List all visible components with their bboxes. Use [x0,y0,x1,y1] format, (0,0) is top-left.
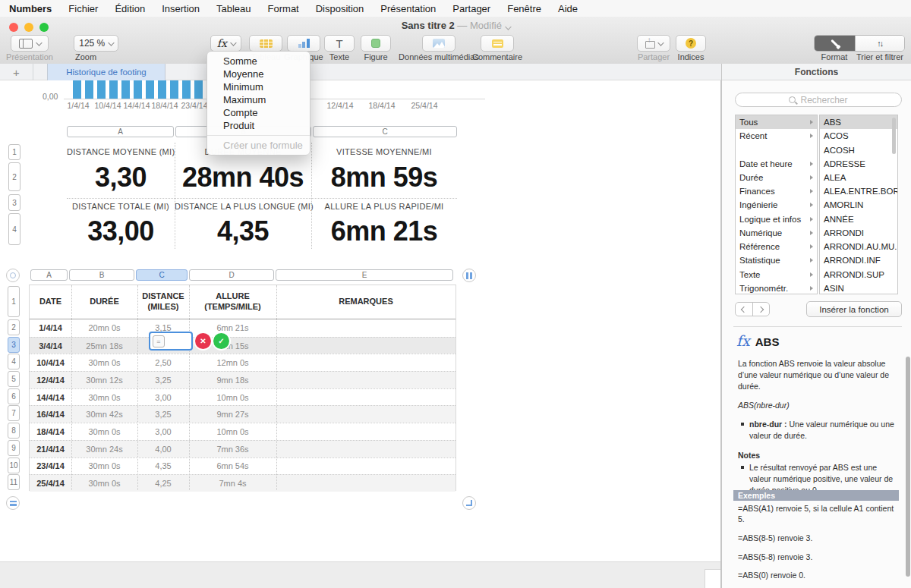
table-row[interactable]: 18/4/14 30mn 0s 3,00 10mn 0s [30,423,456,440]
share-button[interactable]: ↑ [637,35,670,52]
function-item[interactable]: AMORLIN [820,198,897,212]
cell-allure[interactable]: 7mn 4s [189,475,276,492]
summary-row-tab-1[interactable]: 1 [8,144,20,160]
summary-value[interactable]: 6mn 21s [311,214,457,249]
function-item[interactable]: ARRONDI.SUP [820,267,897,281]
header-allure[interactable]: ALLURE (TEMPS/MILE) [189,285,276,319]
cell-duree[interactable]: 30mn 24s [71,441,137,458]
menu-format[interactable]: Format [260,3,307,14]
cell-duree[interactable]: 30mn 0s [71,458,137,475]
summary-col-tab-c[interactable]: C [313,126,457,137]
menu-tableau[interactable]: Tableau [208,3,260,14]
category-tous[interactable]: Tous [736,115,817,129]
cell-date[interactable]: 10/4/14 [30,354,71,371]
insert-function-button[interactable]: Insérer la fonction [806,301,902,317]
category-duree[interactable]: Durée [736,171,817,184]
summary-label[interactable]: DISTANCE TOTALE (MI) [67,202,175,211]
cell-remarques[interactable] [276,319,456,337]
menu-item-moyenne[interactable]: Moyenne [207,68,310,80]
row-tab-1[interactable]: 1 [8,286,20,317]
zoom-button[interactable]: 125 % [74,35,118,52]
cell-remarques[interactable] [276,338,456,354]
cell-allure[interactable]: 12mn 0s [189,354,276,371]
table-row[interactable]: 23/4/14 30mn 0s 4,35 6mn 54s [30,458,456,475]
category-reference[interactable]: Référence [736,240,817,253]
cell-date[interactable]: 1/4/14 [30,319,71,337]
cell-duree[interactable]: 30mn 0s [71,389,137,406]
cell-remarques[interactable] [276,406,456,423]
forward-button[interactable] [753,303,770,316]
table-row[interactable]: 12/4/14 30mn 12s 3,25 9mn 18s [30,371,456,388]
menu-app[interactable]: Numbers [0,3,60,14]
row-tab-6[interactable]: 6 [8,388,20,404]
summary-label[interactable]: DISTANCE LA PLUS LONGUE (MI) [175,202,311,211]
cell-allure[interactable]: 9mn 18s [189,372,276,388]
menu-partager[interactable]: Partager [444,3,499,14]
format-button[interactable] [815,36,855,51]
menu-disposition[interactable]: Disposition [307,3,373,14]
sheet-tab-active[interactable]: Historique de footing [47,64,165,80]
menu-fenetre[interactable]: Fenêtre [499,3,550,14]
function-item[interactable]: ANNÉE [820,212,897,226]
category-date-heure[interactable]: Date et heure [736,157,817,171]
function-item[interactable]: ACOS [820,129,897,143]
cell-date[interactable]: 14/4/14 [30,389,71,406]
row-tab-5[interactable]: 5 [8,371,20,387]
summary-value[interactable]: 4,35 [175,214,311,249]
cell-remarques[interactable] [276,372,456,388]
table-row[interactable]: 16/4/14 30mn 42s 3,25 9mn 27s [30,405,456,423]
category-texte[interactable]: Texte [736,267,817,281]
add-row-handle[interactable] [6,496,20,510]
category-trigonometrie[interactable]: Trigonométr. [736,281,817,294]
table-resize-handle[interactable] [462,496,476,510]
cell-remarques[interactable] [276,475,456,492]
cell-allure[interactable]: 7mn 36s [189,441,276,458]
summary-value[interactable]: 8mn 59s [311,159,457,196]
cell-distance[interactable]: 3,25 [137,372,189,388]
sort-filter-button[interactable]: ↑↓ [855,36,904,51]
cell-distance[interactable]: 3,00 [137,389,189,406]
category-numerique[interactable]: Numérique [736,226,817,240]
cell-duree[interactable]: 30mn 0s [71,475,137,492]
summary-row-tab-2[interactable]: 2 [8,162,20,191]
add-column-handle[interactable] [462,269,476,282]
cell-date[interactable]: 23/4/14 [30,458,71,475]
cell-remarques[interactable] [276,354,456,371]
col-tab-a[interactable]: A [30,269,68,281]
sidebar-scrollbar[interactable] [906,357,910,577]
col-tab-d[interactable]: D [189,269,274,281]
tips-button[interactable]: ? [676,35,706,52]
back-button[interactable] [736,303,753,316]
summary-value[interactable]: 28mn 40s [175,159,311,196]
category-finances[interactable]: Finances [736,184,817,198]
cell-date[interactable]: 25/4/14 [30,475,71,492]
formula-input[interactable]: = [149,332,193,351]
cell-date[interactable]: 3/4/14 [30,338,71,354]
menu-fichier[interactable]: Fichier [60,3,106,14]
text-button[interactable]: T [324,35,355,52]
header-remarques[interactable]: REMARQUES [276,285,456,319]
shape-button[interactable] [361,35,391,52]
bar-chart-fragment[interactable] [73,80,203,99]
cell-duree[interactable]: 30mn 0s [71,423,137,440]
cell-distance[interactable]: 3,25 [137,406,189,423]
header-distance[interactable]: DISTANCE (MILES) [137,285,189,319]
function-item[interactable]: ARRONDI.AU.MU. [820,240,897,253]
category-statistique[interactable]: Statistique [736,253,817,267]
cell-date[interactable]: 21/4/14 [30,441,71,458]
row-tab-4[interactable]: 4 [8,354,20,369]
row-tab-2[interactable]: 2 [8,319,20,335]
function-item[interactable]: ALEA.ENTRE.BOR [820,184,897,198]
summary-row-tab-3[interactable]: 3 [8,194,20,211]
cell-remarques[interactable] [276,389,456,406]
comment-button[interactable] [481,35,514,52]
row-tab-8[interactable]: 8 [8,423,20,439]
menu-item-compte[interactable]: Compte [207,106,310,119]
cell-allure[interactable]: 9mn 27s [189,406,276,423]
media-button[interactable] [422,35,456,52]
function-item[interactable]: ARRONDI [820,226,897,240]
menu-presentation[interactable]: Présentation [372,3,444,14]
menu-insertion[interactable]: Insertion [153,3,208,14]
cell-duree[interactable]: 30mn 0s [71,354,137,371]
cell-allure[interactable]: 6mn 54s [189,458,276,475]
